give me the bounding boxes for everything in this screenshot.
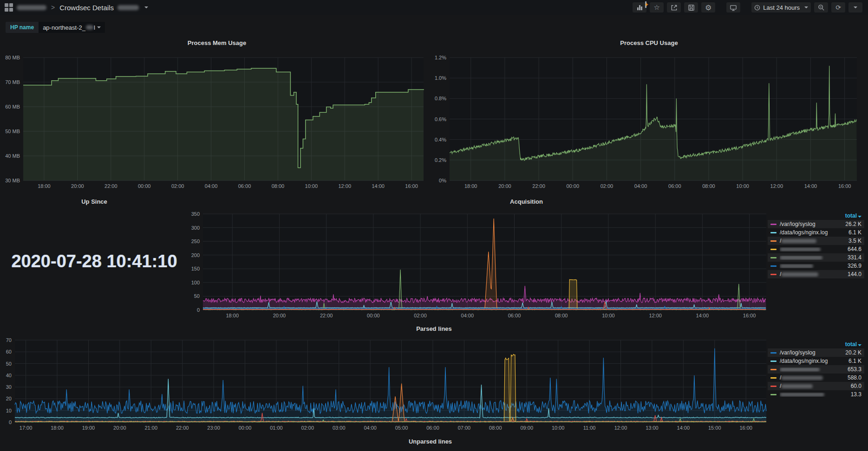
y-tick-label: 50 bbox=[194, 293, 200, 299]
y-tick-label: 200 bbox=[191, 252, 200, 258]
x-tick-label: 11:00 bbox=[583, 425, 596, 431]
refresh-interval-caret-icon bbox=[854, 6, 857, 8]
y-tick-label: 0 bbox=[9, 419, 12, 425]
x-tick-label: 16:00 bbox=[739, 425, 752, 431]
dashboard-caret-icon[interactable] bbox=[144, 6, 148, 8]
y-tick-label: 350 bbox=[191, 211, 200, 217]
y-tick-label: 150 bbox=[191, 266, 200, 271]
add-panel-icon: + bbox=[637, 5, 642, 10]
grafana-menu-icon[interactable] bbox=[5, 3, 13, 12]
x-tick-label: 18:00 bbox=[51, 425, 64, 431]
tv-cycle-button[interactable] bbox=[726, 2, 740, 13]
panel-title-unparsed-lines[interactable]: Unparsed lines bbox=[0, 438, 861, 445]
x-tick-label: 01:00 bbox=[270, 425, 283, 431]
x-tick-label: 03:00 bbox=[333, 425, 346, 431]
breadcrumb: > Crowdsec Details bbox=[0, 3, 148, 12]
breadcrumb-folder-redacted[interactable] bbox=[17, 5, 46, 10]
y-tick-label: 100 bbox=[191, 280, 200, 285]
x-tick-label: 14:00 bbox=[804, 183, 817, 189]
x-tick-label: 16:00 bbox=[405, 183, 418, 189]
x-tick-label: 05:00 bbox=[395, 425, 408, 431]
y-tick-label: 1.0% bbox=[435, 75, 446, 81]
x-tick-label: 12:00 bbox=[338, 183, 351, 189]
refresh-interval-button[interactable] bbox=[848, 2, 862, 13]
variable-value-dropdown[interactable]: ap-northeast-2_l bbox=[39, 22, 105, 33]
zoom-out-icon bbox=[818, 4, 825, 11]
y-tick-label: 70 bbox=[6, 337, 12, 343]
x-tick-label: 00:00 bbox=[367, 313, 380, 318]
panel-title-up-since[interactable]: Up Since bbox=[4, 198, 185, 205]
x-tick-label: 10:00 bbox=[305, 183, 318, 189]
chart-mem[interactable]: 30 MB40 MB50 MB60 MB70 MB80 MB18:0020:00… bbox=[4, 36, 430, 192]
x-tick-label: 20:00 bbox=[113, 425, 126, 431]
x-tick-label: 08:00 bbox=[555, 313, 568, 318]
x-tick-label: 12:00 bbox=[614, 425, 627, 431]
refresh-button[interactable]: ⟳ bbox=[831, 2, 845, 13]
x-tick-label: 14:00 bbox=[372, 183, 385, 189]
x-tick-label: 20:00 bbox=[498, 183, 511, 189]
dashboard-title[interactable]: Crowdsec Details bbox=[59, 4, 114, 12]
y-tick-label: 80 MB bbox=[5, 55, 20, 60]
share-icon bbox=[671, 4, 678, 11]
x-tick-label: 18:00 bbox=[464, 183, 477, 189]
x-tick-label: 02:00 bbox=[600, 183, 613, 189]
variable-label: HP name bbox=[6, 22, 39, 33]
y-tick-label: 300 bbox=[191, 225, 200, 231]
x-tick-label: 08:00 bbox=[272, 183, 285, 189]
zoom-out-button[interactable] bbox=[814, 2, 828, 13]
star-button[interactable]: ☆ bbox=[650, 2, 664, 13]
x-tick-label: 16:00 bbox=[838, 183, 851, 189]
x-tick-label: 06:00 bbox=[426, 425, 439, 431]
x-tick-label: 08:00 bbox=[702, 183, 715, 189]
x-tick-label: 12:00 bbox=[649, 313, 662, 318]
y-tick-label: 40 bbox=[6, 373, 12, 378]
breadcrumb-separator: > bbox=[50, 4, 56, 11]
panel-parsed-lines: Parsed lines total/var/log/syslog20.2 K/… bbox=[4, 322, 864, 433]
x-tick-label: 16:00 bbox=[743, 313, 756, 318]
dashboard-title-redacted bbox=[117, 5, 139, 10]
chart-cpu[interactable]: 0%0.2%0.4%0.6%0.8%1.0%1.2%18:0020:0022:0… bbox=[434, 36, 864, 192]
variable-value-suffix: l bbox=[94, 24, 95, 31]
x-tick-label: 18:00 bbox=[226, 313, 239, 318]
add-panel-button[interactable]: + bbox=[633, 2, 646, 13]
y-tick-label: 70 MB bbox=[5, 79, 20, 85]
x-tick-label: 10:00 bbox=[736, 183, 749, 189]
x-tick-label: 12:00 bbox=[770, 183, 783, 189]
chart-acquisition[interactable]: 05010015020025030035018:0020:0022:0000:0… bbox=[189, 195, 864, 321]
x-tick-label: 07:00 bbox=[458, 425, 471, 431]
x-tick-label: 09:00 bbox=[520, 425, 533, 431]
y-tick-label: 60 MB bbox=[5, 104, 20, 110]
settings-button[interactable]: ⚙ bbox=[701, 2, 715, 13]
x-tick-label: 19:00 bbox=[82, 425, 95, 431]
x-tick-label: 02:00 bbox=[171, 183, 184, 189]
x-tick-label: 04:00 bbox=[205, 183, 218, 189]
chart-parsed[interactable]: 01020304050607017:0018:0019:0020:0021:00… bbox=[4, 322, 864, 433]
save-button[interactable] bbox=[684, 2, 698, 13]
x-tick-label: 04:00 bbox=[461, 313, 474, 318]
x-tick-label: 04:00 bbox=[634, 183, 647, 189]
y-tick-label: 0 bbox=[197, 307, 200, 313]
time-range-picker[interactable]: Last 24 hours bbox=[751, 2, 811, 13]
panel-process-mem-usage: Process Mem Usage 30 MB40 MB50 MB60 MB70… bbox=[4, 36, 430, 192]
x-tick-label: 13:00 bbox=[646, 425, 659, 431]
y-tick-label: 60 bbox=[6, 349, 12, 354]
x-tick-label: 00:00 bbox=[138, 183, 151, 189]
y-tick-label: 0.6% bbox=[435, 116, 446, 122]
x-tick-label: 15:00 bbox=[708, 425, 721, 431]
y-tick-label: 0.8% bbox=[435, 96, 446, 101]
variable-value-redacted bbox=[86, 25, 93, 30]
x-tick-label: 06:00 bbox=[508, 313, 521, 318]
x-tick-label: 20:00 bbox=[71, 183, 84, 189]
x-tick-label: 20:00 bbox=[273, 313, 286, 318]
panel-acquisition: Acquisition total/var/log/syslog26.2 K/d… bbox=[189, 195, 864, 321]
share-button[interactable] bbox=[667, 2, 681, 13]
time-range-caret-icon bbox=[804, 6, 808, 8]
clock-icon bbox=[754, 5, 760, 11]
settings-gear-icon: ⚙ bbox=[705, 3, 711, 12]
variable-value-prefix: ap-northeast-2_ bbox=[43, 24, 85, 31]
y-tick-label: 50 bbox=[6, 361, 12, 367]
y-tick-label: 250 bbox=[191, 238, 200, 244]
x-tick-label: 06:00 bbox=[238, 183, 251, 189]
x-tick-label: 14:00 bbox=[677, 425, 690, 431]
template-variable-bar: HP name ap-northeast-2_l bbox=[6, 22, 105, 33]
